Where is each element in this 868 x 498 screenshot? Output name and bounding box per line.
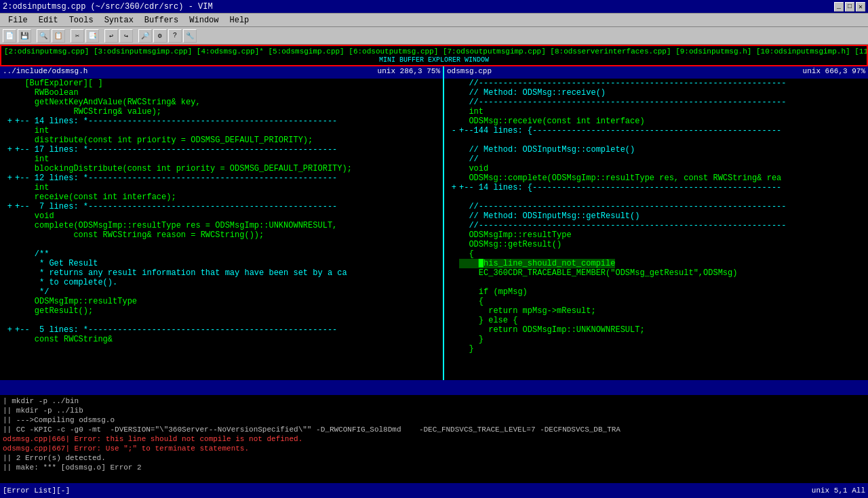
right-code-line: return mpMsg->mResult; bbox=[446, 306, 867, 316]
line-content: } bbox=[459, 335, 484, 344]
buffer-tab-label: MINI BUFFER EXPLORER WINDOW bbox=[4, 56, 864, 64]
right-code-area[interactable]: //--------------------------------------… bbox=[444, 79, 868, 380]
line-content: RWCString& value); bbox=[15, 107, 161, 117]
menu-item-window[interactable]: Window bbox=[184, 15, 224, 26]
toolbar-btn-6[interactable]: ↩ bbox=[104, 29, 118, 43]
line-content: // Method: ODSInputMsg::getResult() bbox=[459, 211, 639, 221]
line-content: const RWCString& bbox=[15, 335, 113, 344]
left-code-line: complete(ODSMsgImp::resultType res = ODS… bbox=[1, 221, 441, 230]
maximize-button[interactable]: □ bbox=[845, 2, 854, 12]
output-line: odsmsg.cpp|667| Error: Use ";" to termin… bbox=[3, 444, 865, 453]
window-controls: _ □ ✕ bbox=[834, 2, 865, 12]
left-code-line: getNextKeyAndValue(RWCString& key, bbox=[1, 98, 441, 107]
output-line: || 2 Error(s) detected. bbox=[3, 453, 865, 463]
line-gutter bbox=[1, 98, 12, 107]
left-code-line: ++-- 5 lines: *-------------------------… bbox=[1, 325, 441, 335]
cmd-right: unix 5,1 All bbox=[812, 486, 865, 495]
toolbar-btn-11[interactable]: 🔧 bbox=[183, 29, 197, 43]
line-content: ODSMsg::getResult() bbox=[459, 240, 561, 249]
left-position: unix 286,3 75% bbox=[378, 67, 440, 78]
line-gutter bbox=[446, 325, 456, 335]
line-gutter bbox=[446, 211, 456, 221]
command-line[interactable]: [Error List][-] unix 5,1 All bbox=[0, 483, 868, 498]
line-content: //--------------------------------------… bbox=[459, 202, 786, 211]
line-gutter bbox=[1, 221, 12, 230]
toolbar-btn-0[interactable]: 📄 bbox=[3, 29, 16, 43]
right-code-line: { bbox=[446, 297, 867, 306]
toolbar-btn-7[interactable]: ↪ bbox=[119, 29, 133, 43]
left-code-line: blockingDistribute(const int priority = … bbox=[1, 164, 441, 173]
right-code-line: ODSMsg::getResult() bbox=[446, 240, 867, 249]
line-gutter bbox=[446, 79, 456, 88]
line-content: void bbox=[459, 164, 488, 173]
right-file-name: odsmsg.cpp bbox=[447, 67, 492, 78]
left-code-line: int bbox=[1, 154, 441, 164]
line-content: +-- 12 lines: *-------------------------… bbox=[15, 173, 337, 183]
left-code-line: distribute(const int priority = ODSMSG_D… bbox=[1, 136, 441, 145]
right-code-line: if (mpMsg) bbox=[446, 287, 867, 297]
line-content: /** bbox=[15, 249, 49, 259]
line-gutter bbox=[1, 164, 12, 173]
line-gutter bbox=[446, 221, 456, 230]
line-content: ODSMsgImp::resultType bbox=[15, 297, 137, 306]
menu-item-help[interactable]: Help bbox=[224, 15, 255, 26]
line-content: } bbox=[459, 344, 474, 354]
toolbar-btn-2[interactable]: 🔍 bbox=[37, 29, 50, 43]
menu-item-buffers[interactable]: Buffers bbox=[139, 15, 184, 26]
line-gutter bbox=[1, 79, 12, 88]
line-gutter: + bbox=[446, 183, 456, 192]
buffer-tabs[interactable]: [2:odsinputmsg.cpp] [3:odsinputmsgimp.cp… bbox=[0, 45, 868, 66]
left-pane: ../include/odsmsg.h unix 286,3 75% [BufE… bbox=[0, 66, 444, 380]
left-code-area[interactable]: [BufExplorer][ ] RWBoolean getNextKeyAnd… bbox=[0, 79, 443, 380]
toolbar-btn-5[interactable]: 📑 bbox=[85, 29, 99, 43]
line-content: * returns any result information that ma… bbox=[15, 268, 347, 278]
line-gutter bbox=[1, 297, 12, 306]
line-content: { bbox=[459, 249, 474, 259]
line-gutter bbox=[446, 335, 456, 344]
menu-item-syntax[interactable]: Syntax bbox=[99, 15, 139, 26]
left-code-line: receive(const int interface); bbox=[1, 192, 441, 202]
right-position: unix 666,3 97% bbox=[803, 67, 865, 78]
right-code-line bbox=[446, 192, 867, 202]
toolbar-btn-1[interactable]: 💾 bbox=[18, 29, 31, 43]
line-gutter bbox=[446, 164, 456, 173]
right-pane: odsmsg.cpp unix 666,3 97% //------------… bbox=[444, 66, 868, 380]
line-gutter: + bbox=[1, 145, 12, 154]
left-code-line: int bbox=[1, 183, 441, 192]
menu-item-edit[interactable]: Edit bbox=[33, 15, 64, 26]
menu-item-file[interactable]: File bbox=[3, 15, 33, 26]
toolbar-btn-3[interactable]: 📋 bbox=[52, 29, 65, 43]
line-gutter bbox=[446, 145, 456, 154]
line-gutter: + bbox=[1, 202, 12, 211]
line-content: */ bbox=[15, 287, 49, 297]
right-code-line: ODSMsg::complete(ODSMsgImp::resultType r… bbox=[446, 173, 867, 183]
output-area: | mkdir -p ../bin|| mkdir -p ../lib|| --… bbox=[0, 395, 868, 483]
right-code-line: ODSMsg::receive(const int interface) bbox=[446, 117, 867, 126]
line-content: EC_360CDR_TRACEABLE_MEMBER("ODSMsg_getRe… bbox=[459, 268, 737, 278]
line-content: +--144 lines: {-------------------------… bbox=[459, 126, 781, 136]
toolbar-btn-9[interactable]: ⚙ bbox=[153, 29, 167, 43]
line-gutter bbox=[1, 335, 12, 344]
toolbar-btn-8[interactable]: 🔎 bbox=[138, 29, 152, 43]
line-content: complete(ODSMsgImp::resultType res = ODS… bbox=[15, 221, 337, 230]
toolbar-btn-10[interactable]: ? bbox=[168, 29, 182, 43]
line-content: [BufExplorer][ ] bbox=[15, 79, 103, 88]
toolbar-btn-4[interactable]: ✂ bbox=[71, 29, 84, 43]
output-line: odsmsg.cpp|666| Error: this line should … bbox=[3, 434, 865, 444]
line-gutter bbox=[446, 173, 456, 183]
close-button[interactable]: ✕ bbox=[856, 2, 865, 12]
minimize-button[interactable]: _ bbox=[834, 2, 844, 12]
line-gutter bbox=[1, 107, 12, 117]
toolbar: 📄💾🔍📋✂📑↩↪🔎⚙?🔧 bbox=[0, 27, 868, 45]
right-code-line: // bbox=[446, 154, 867, 164]
line-gutter bbox=[1, 154, 12, 164]
line-gutter bbox=[1, 136, 12, 145]
right-code-line: ODSMsgImp::resultType bbox=[446, 230, 867, 240]
left-code-line: * Get Result bbox=[1, 259, 441, 268]
menu-item-tools[interactable]: Tools bbox=[64, 15, 99, 26]
right-code-line: // Method: ODSInputMsg::complete() bbox=[446, 145, 867, 154]
left-code-line: ++-- 7 lines: *-------------------------… bbox=[1, 202, 441, 211]
line-content: +-- 7 lines: *--------------------------… bbox=[15, 202, 337, 211]
line-content: +-- 14 lines: *-------------------------… bbox=[15, 117, 337, 126]
line-content: receive(const int interface); bbox=[15, 192, 176, 202]
